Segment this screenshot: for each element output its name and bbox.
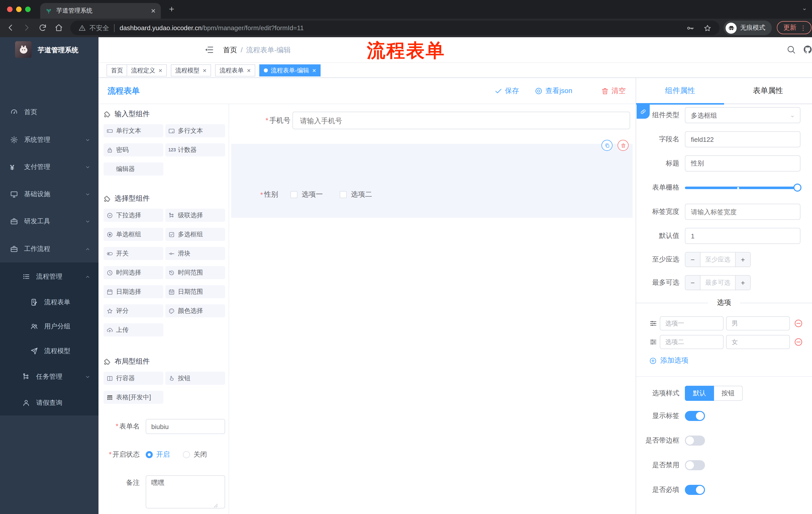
component-time-range[interactable]: 时间范围	[165, 266, 225, 279]
home-icon[interactable]	[54, 23, 63, 32]
with-border-toggle[interactable]	[685, 436, 705, 445]
search-icon[interactable]	[786, 45, 796, 54]
drag-handle-icon[interactable]	[649, 338, 657, 346]
tag-close-icon[interactable]: ✕	[203, 67, 207, 73]
sidebar-item-leave-query[interactable]: 请假查询	[0, 390, 98, 415]
form-grid-slider[interactable]	[685, 180, 801, 196]
sidebar-item-home[interactable]: 首页	[0, 100, 98, 125]
status-radio-on[interactable]: 开启	[146, 447, 170, 462]
browser-tab[interactable]: 芋道管理系统 ✕	[40, 3, 161, 19]
tag-home[interactable]: 首页	[107, 64, 127, 77]
sidebar-item-payment[interactable]: ¥ 支付管理	[0, 154, 98, 180]
stepper-plus-button[interactable]: +	[736, 276, 750, 290]
breadcrumb-home[interactable]: 首页	[223, 46, 237, 54]
slider-handle[interactable]	[793, 184, 802, 192]
sidebar-item-system[interactable]: 系统管理	[0, 127, 98, 153]
remove-option-icon[interactable]	[794, 319, 803, 328]
add-option-button[interactable]: 添加选项	[649, 356, 812, 365]
sidebar-item-process-form[interactable]: 流程表单	[0, 290, 98, 315]
style-button-button[interactable]: 按钮	[714, 386, 743, 401]
selected-component-gender[interactable]: *性别 选项一 选项二	[231, 144, 633, 218]
component-select[interactable]: 下拉选择	[104, 209, 163, 222]
component-date-range[interactable]: 日期范围	[165, 285, 225, 298]
link-drawer-handle[interactable]	[637, 104, 650, 119]
address-bar[interactable]: 不安全 dashboard.yudao.iocoder.cn/bpm/manag…	[70, 21, 720, 35]
title-input[interactable]	[685, 155, 801, 171]
component-color-picker[interactable]: 颜色选择	[165, 304, 225, 317]
component-radio-group[interactable]: 单选框组	[104, 228, 163, 241]
duplicate-component-button[interactable]	[602, 140, 612, 151]
default-value-input[interactable]	[685, 228, 801, 244]
component-date-picker[interactable]: 日期选择	[104, 285, 163, 298]
sidebar-item-process-mgmt[interactable]: 流程管理	[0, 264, 98, 289]
stepper-minus-button[interactable]: −	[685, 252, 700, 267]
sidebar-item-task-mgmt[interactable]: 任务管理	[0, 364, 98, 389]
stepper-input[interactable]: 最多可选	[700, 276, 736, 290]
status-radio-off[interactable]: 关闭	[183, 447, 207, 462]
sidebar-item-process-model[interactable]: 流程模型	[0, 339, 98, 363]
browser-update-button[interactable]: 更新 ⋮	[777, 21, 812, 34]
back-icon[interactable]	[6, 23, 15, 32]
option-value-input[interactable]	[726, 335, 790, 349]
sidebar-collapse-icon[interactable]	[204, 45, 214, 55]
window-close-button[interactable]	[7, 6, 12, 12]
option-label-input[interactable]	[660, 316, 724, 330]
component-checkbox-group[interactable]: 多选框组	[165, 228, 225, 241]
component-switch[interactable]: 开关	[104, 247, 163, 260]
label-width-input[interactable]	[685, 204, 801, 220]
window-zoom-button[interactable]	[25, 6, 31, 12]
component-row-container[interactable]: 行容器	[104, 372, 163, 385]
component-password[interactable]: 密码	[104, 143, 163, 156]
github-icon[interactable]	[803, 45, 812, 54]
field-name-input[interactable]	[685, 131, 801, 147]
style-default-button[interactable]: 默认	[685, 386, 714, 401]
gender-checkbox-2[interactable]	[340, 191, 347, 198]
tag-process-form[interactable]: 流程表单 ✕	[215, 64, 256, 77]
component-time-picker[interactable]: 时间选择	[104, 266, 163, 279]
form-remark-textarea[interactable]: 嘿嘿	[146, 475, 225, 509]
browser-menu-dots-icon[interactable]: ⋮	[800, 24, 807, 31]
sidebar-item-workflow[interactable]: 工作流程	[0, 236, 98, 262]
disabled-toggle[interactable]	[685, 460, 705, 470]
tag-process-definition[interactable]: 流程定义 ✕	[127, 64, 167, 77]
reload-icon[interactable]	[38, 23, 47, 32]
required-toggle[interactable]	[685, 485, 705, 495]
component-type-select[interactable]: 多选框组 ⌄	[685, 107, 801, 123]
password-key-icon[interactable]	[686, 24, 694, 32]
stepper-input[interactable]: 至少应选	[700, 252, 736, 267]
new-tab-button[interactable]: ＋	[167, 3, 176, 15]
sidebar-item-user-group[interactable]: 用户分组	[0, 314, 98, 339]
tag-close-icon[interactable]: ✕	[312, 67, 316, 73]
window-minimize-button[interactable]	[16, 6, 22, 12]
stepper-minus-button[interactable]: −	[685, 276, 700, 290]
option-label-input[interactable]	[660, 335, 724, 349]
resize-handle-icon[interactable]	[213, 504, 218, 508]
tag-process-model[interactable]: 流程模型 ✕	[171, 64, 211, 77]
sidebar-item-infra[interactable]: 基础设施	[0, 182, 98, 207]
show-label-toggle[interactable]	[685, 411, 705, 421]
component-button[interactable]: 按钮	[165, 372, 225, 385]
component-cascader[interactable]: 级联选择	[165, 209, 225, 222]
form-canvas[interactable]: *手机号 *性别 选项一 选项二	[230, 104, 636, 514]
component-upload[interactable]: 上传	[104, 323, 163, 336]
tab-form-props[interactable]: 表单属性	[724, 78, 812, 104]
option-value-input[interactable]	[726, 316, 790, 330]
clear-button[interactable]: 清空	[601, 86, 626, 96]
component-counter[interactable]: 123计数器	[165, 143, 225, 156]
forward-icon[interactable]	[22, 23, 31, 32]
view-json-button[interactable]: 查看json	[535, 86, 572, 96]
component-multi-text[interactable]: 多行文本	[165, 124, 225, 137]
tab-component-props[interactable]: 组件属性	[636, 78, 724, 104]
tab-close-icon[interactable]: ✕	[151, 7, 156, 14]
drag-handle-icon[interactable]	[649, 319, 657, 327]
remove-option-icon[interactable]	[794, 337, 803, 347]
stepper-plus-button[interactable]: +	[736, 252, 750, 267]
component-slider[interactable]: 滑块	[165, 247, 225, 260]
component-editor[interactable]: 编辑器	[104, 162, 163, 175]
form-name-input[interactable]	[146, 419, 225, 434]
gender-checkbox-1[interactable]	[291, 191, 298, 198]
tab-search-icon[interactable]: ⌄	[802, 4, 807, 11]
tag-close-icon[interactable]: ✕	[247, 67, 251, 73]
sidebar-item-devtools[interactable]: 研发工具	[0, 209, 98, 234]
component-table[interactable]: 表格[开发中]	[104, 391, 163, 404]
